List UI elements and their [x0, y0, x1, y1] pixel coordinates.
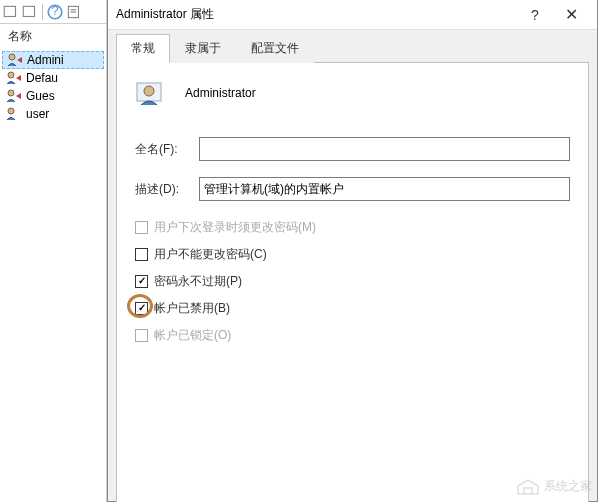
- mmc-left-panel: ? 名称 Admini Defau Gues user: [0, 0, 107, 502]
- list-item[interactable]: user: [2, 105, 104, 123]
- list-item-administrator[interactable]: Admini: [2, 51, 104, 69]
- properties-dialog: Administrator 属性 ? ✕ 常规 隶属于 配置文件 Adminis…: [107, 0, 598, 502]
- check-label: 用户下次登录时须更改密码(M): [154, 219, 316, 236]
- fullname-label: 全名(F):: [135, 141, 199, 158]
- tab-strip: 常规 隶属于 配置文件: [108, 30, 597, 63]
- description-row: 描述(D):: [135, 177, 570, 201]
- svg-point-12: [144, 86, 154, 96]
- list-item[interactable]: Defau: [2, 69, 104, 87]
- user-icon: [6, 89, 22, 103]
- svg-rect-1: [23, 6, 34, 16]
- checkbox-icon: [135, 275, 148, 288]
- fullname-input[interactable]: [199, 137, 570, 161]
- svg-point-10: [8, 108, 14, 114]
- check-label: 密码永不过期(P): [154, 273, 242, 290]
- check-account-disabled-row[interactable]: 帐户已禁用(B): [135, 300, 570, 317]
- tab-profile[interactable]: 配置文件: [236, 34, 314, 63]
- user-list: Admini Defau Gues user: [0, 49, 106, 125]
- checkbox-icon: [135, 248, 148, 261]
- properties-icon[interactable]: [65, 3, 83, 21]
- check-label: 帐户已锁定(O): [154, 327, 231, 344]
- user-header: Administrator: [135, 77, 570, 109]
- check-label: 用户不能更改密码(C): [154, 246, 267, 263]
- check-cannot-change-row[interactable]: 用户不能更改密码(C): [135, 246, 570, 263]
- titlebar[interactable]: Administrator 属性 ? ✕: [108, 0, 597, 30]
- check-label: 帐户已禁用(B): [154, 300, 230, 317]
- list-item[interactable]: Gues: [2, 87, 104, 105]
- checkboxes-group: 用户下次登录时须更改密码(M) 用户不能更改密码(C) 密码永不过期(P) 帐户…: [135, 219, 570, 344]
- column-header[interactable]: 名称: [0, 24, 106, 49]
- check-never-expire-row[interactable]: 密码永不过期(P): [135, 273, 570, 290]
- item-label: Admini: [27, 53, 64, 67]
- svg-rect-0: [4, 6, 15, 16]
- help-button[interactable]: ?: [517, 7, 553, 23]
- watermark-text: 系统之家: [544, 478, 592, 495]
- toolbar-separator: [42, 4, 43, 20]
- tab-panel-general: Administrator 全名(F): 描述(D): 用户下次登录时须更改密码…: [116, 62, 589, 502]
- checkbox-icon: [135, 329, 148, 342]
- svg-point-7: [9, 54, 15, 60]
- toolbar-icon[interactable]: [21, 3, 39, 21]
- watermark: 系统之家: [516, 476, 592, 496]
- checkbox-icon: [135, 221, 148, 234]
- description-label: 描述(D):: [135, 181, 199, 198]
- check-must-change-row[interactable]: 用户下次登录时须更改密码(M): [135, 219, 570, 236]
- svg-point-8: [8, 72, 14, 78]
- user-icon: [7, 53, 23, 67]
- fullname-row: 全名(F):: [135, 137, 570, 161]
- mmc-toolbar: ?: [0, 0, 106, 24]
- close-button[interactable]: ✕: [553, 5, 589, 24]
- tab-general[interactable]: 常规: [116, 34, 170, 63]
- item-label: user: [26, 107, 49, 121]
- svg-point-9: [8, 90, 14, 96]
- user-avatar-icon: [135, 77, 167, 109]
- help-icon[interactable]: ?: [46, 3, 64, 21]
- dialog-title: Administrator 属性: [116, 6, 517, 23]
- checkbox-icon: [135, 302, 148, 315]
- username-text: Administrator: [185, 86, 256, 100]
- description-input[interactable]: [199, 177, 570, 201]
- user-icon: [6, 107, 22, 121]
- toolbar-icon[interactable]: [2, 3, 20, 21]
- item-label: Defau: [26, 71, 58, 85]
- user-icon: [6, 71, 22, 85]
- tab-memberof[interactable]: 隶属于: [170, 34, 236, 63]
- item-label: Gues: [26, 89, 55, 103]
- check-account-locked-row[interactable]: 帐户已锁定(O): [135, 327, 570, 344]
- svg-text:?: ?: [51, 3, 59, 18]
